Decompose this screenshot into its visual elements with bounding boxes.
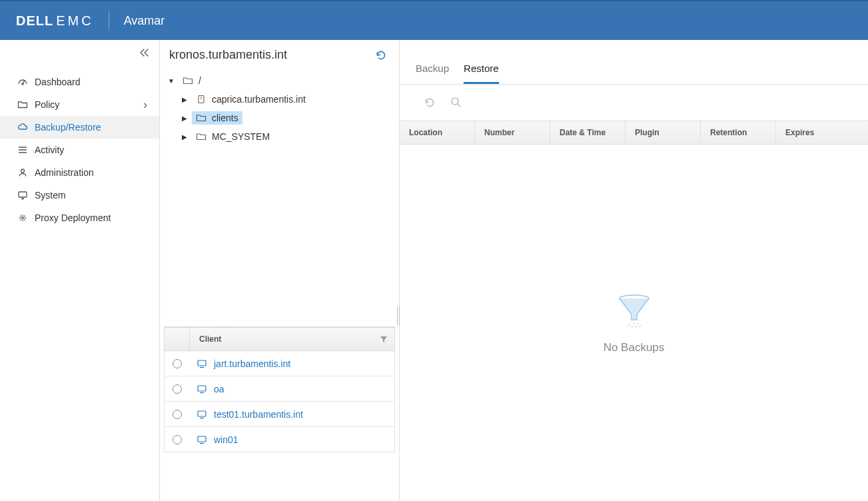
client-radio[interactable]	[165, 384, 190, 394]
host-icon	[196, 95, 207, 104]
client-name-text: test01.turbamentis.int	[214, 409, 303, 420]
caret-right-icon	[181, 95, 188, 103]
monitor-icon	[197, 359, 207, 368]
svg-point-0	[22, 83, 23, 85]
collapse-sidebar-button[interactable]	[139, 48, 150, 57]
client-row[interactable]: oa	[164, 376, 395, 402]
empty-state-text: No Backups	[604, 341, 665, 354]
client-radio[interactable]	[165, 359, 190, 368]
svg-point-3	[22, 217, 24, 219]
user-icon	[17, 167, 28, 178]
folder-icon	[183, 76, 193, 85]
monitor-icon	[197, 410, 207, 419]
client-radio[interactable]	[165, 435, 190, 444]
client-column-header[interactable]: Client	[190, 328, 394, 350]
brand-emc: EMC	[56, 13, 93, 29]
browser-title: kronos.turbamentis.int	[169, 48, 287, 62]
sidebar-item-dashboard[interactable]: Dashboard	[0, 71, 159, 93]
folder-icon	[196, 113, 207, 123]
main-layout: Dashboard Policy Backup/Restore Activity	[0, 40, 868, 501]
tree-root-label: /	[199, 75, 201, 86]
client-row[interactable]: jart.turbamentis.int	[164, 351, 395, 376]
cloud-backup-icon	[17, 122, 28, 133]
sidebar-item-proxy-deployment[interactable]: Proxy Deployment	[0, 207, 159, 229]
folder-icon	[196, 132, 207, 141]
tree-node-label: caprica.turbamentis.int	[212, 94, 306, 105]
caret-right-icon	[181, 133, 188, 141]
refresh-icon	[424, 97, 436, 109]
app-header: DELLEMC Avamar	[0, 0, 868, 40]
grid-toolbar	[400, 85, 868, 121]
client-header-spacer	[165, 328, 190, 350]
nav-label: Activity	[35, 145, 64, 155]
tree-root[interactable]: /	[167, 71, 392, 90]
brand-logo: DELLEMC	[16, 13, 94, 29]
search-grid-button[interactable]	[450, 97, 462, 109]
nav-label: Proxy Deployment	[35, 213, 111, 223]
refresh-icon	[375, 49, 387, 61]
svg-rect-6	[198, 386, 206, 391]
svg-rect-4	[199, 96, 204, 103]
nav-list: Dashboard Policy Backup/Restore Activity	[0, 71, 159, 229]
monitor-icon	[17, 190, 28, 201]
sidebar-item-activity[interactable]: Activity	[0, 139, 159, 161]
column-datetime[interactable]: Date & Time	[550, 121, 626, 144]
tab-row: Backup Restore	[400, 63, 868, 85]
tree-node-clients[interactable]: clients	[167, 109, 392, 127]
grid-header: Location Number Date & Time Plugin Reten…	[400, 121, 868, 145]
client-name-text: win01	[214, 434, 238, 445]
filter-icon[interactable]	[380, 335, 388, 343]
client-name-link[interactable]: oa	[190, 384, 394, 394]
sidebar-item-administration[interactable]: Administration	[0, 161, 159, 184]
nav-label: Policy	[35, 99, 59, 110]
sidebar-item-policy[interactable]: Policy	[0, 93, 159, 116]
client-list-panel: Client jart.turbamentis.int oa	[164, 326, 395, 501]
app-name: Avamar	[124, 14, 165, 28]
client-list-header: Client	[164, 327, 395, 351]
client-name-link[interactable]: test01.turbamentis.int	[190, 409, 394, 420]
search-icon	[450, 97, 462, 108]
list-icon	[17, 145, 28, 155]
svg-point-1	[21, 169, 25, 173]
nav-label: Administration	[35, 167, 94, 178]
funnel-icon	[616, 292, 653, 329]
tree-node-mcsystem[interactable]: MC_SYSTEM	[167, 127, 392, 146]
svg-point-11	[628, 323, 641, 326]
browser-column: kronos.turbamentis.int /	[160, 40, 400, 501]
tab-backup[interactable]: Backup	[416, 63, 449, 84]
nav-label: Dashboard	[35, 77, 81, 87]
tree-node-host[interactable]: caprica.turbamentis.int	[167, 90, 392, 109]
client-row[interactable]: win01	[164, 427, 395, 452]
column-location[interactable]: Location	[400, 121, 475, 144]
client-name-link[interactable]: win01	[190, 434, 394, 445]
svg-rect-7	[198, 411, 206, 416]
tab-restore[interactable]: Restore	[464, 63, 499, 84]
gauge-icon	[17, 77, 28, 87]
svg-rect-2	[19, 192, 27, 197]
empty-state: No Backups	[400, 145, 868, 501]
client-header-label-text: Client	[199, 334, 221, 344]
svg-rect-5	[198, 360, 206, 366]
client-name-link[interactable]: jart.turbamentis.int	[190, 358, 394, 369]
column-resize-handle[interactable]	[397, 306, 401, 325]
browser-header: kronos.turbamentis.int	[160, 40, 399, 71]
column-number[interactable]: Number	[475, 121, 550, 144]
column-retention[interactable]: Retention	[701, 121, 776, 144]
column-plugin[interactable]: Plugin	[626, 121, 701, 144]
folder-icon	[17, 99, 28, 110]
nav-label: Backup/Restore	[35, 122, 101, 133]
refresh-tree-button[interactable]	[375, 49, 387, 61]
chevron-double-left-icon	[139, 48, 150, 57]
monitor-icon	[197, 384, 207, 394]
client-name-text: oa	[214, 384, 224, 394]
client-row[interactable]: test01.turbamentis.int	[164, 402, 395, 427]
sidebar: Dashboard Policy Backup/Restore Activity	[0, 40, 160, 501]
column-expires[interactable]: Expires	[776, 121, 868, 144]
caret-right-icon	[181, 114, 188, 122]
deploy-icon	[17, 213, 28, 223]
refresh-grid-button[interactable]	[424, 97, 436, 109]
sidebar-item-backup-restore[interactable]: Backup/Restore	[0, 116, 159, 139]
sidebar-item-system[interactable]: System	[0, 184, 159, 207]
client-radio[interactable]	[165, 410, 190, 419]
domain-tree: / caprica.turbamentis.int cl	[160, 71, 399, 153]
